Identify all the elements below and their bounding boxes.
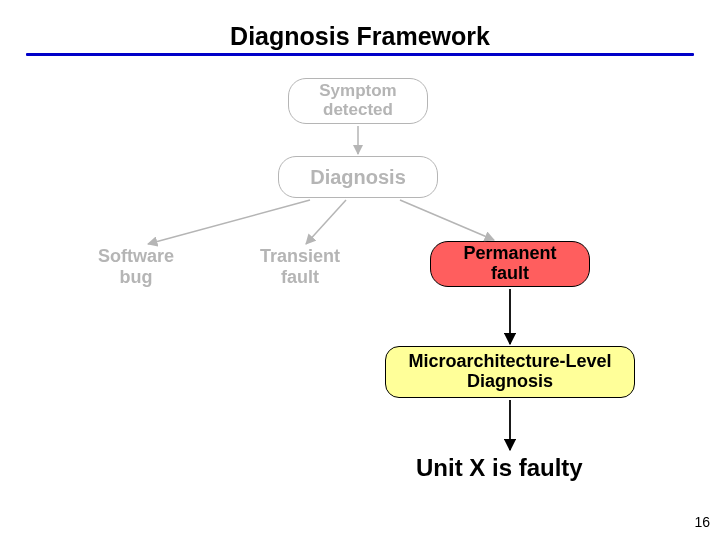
arrow-to-permanent: [400, 200, 494, 240]
node-label: Diagnosis: [310, 166, 406, 188]
node-label: Unit X is faulty: [416, 454, 583, 481]
result-text: Unit X is faulty: [416, 454, 583, 482]
arrow-to-transient: [306, 200, 346, 244]
arrows-layer: [0, 60, 720, 540]
node-permanent-fault: Permanent fault: [430, 241, 590, 287]
node-software-bug: Software bug: [76, 246, 196, 288]
node-label: Permanent fault: [463, 244, 556, 284]
node-label: Transient fault: [260, 246, 340, 287]
node-diagnosis: Diagnosis: [278, 156, 438, 198]
node-microarch-diagnosis: Microarchitecture-Level Diagnosis: [385, 346, 635, 398]
node-transient-fault: Transient fault: [240, 246, 360, 288]
node-symptom-detected: Symptom detected: [288, 78, 428, 124]
node-label: Microarchitecture-Level Diagnosis: [408, 352, 611, 392]
arrow-to-software-bug: [148, 200, 310, 244]
node-label: Software bug: [98, 246, 174, 287]
title-rule: [26, 53, 694, 56]
node-label: Symptom detected: [319, 82, 396, 119]
page-title: Diagnosis Framework: [230, 22, 490, 51]
diagram-stage: Symptom detected Diagnosis Software bug …: [0, 60, 720, 540]
page-number: 16: [694, 514, 710, 530]
